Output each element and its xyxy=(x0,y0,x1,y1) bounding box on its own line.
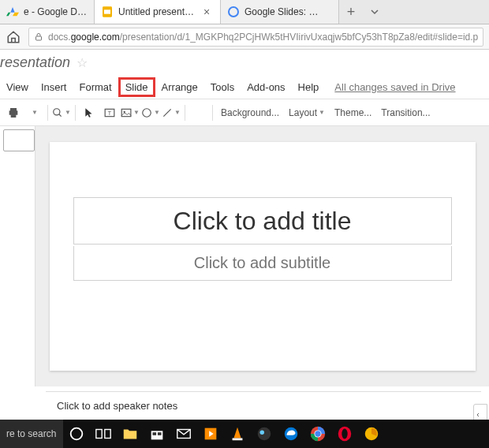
taskview-icon[interactable] xyxy=(90,420,117,448)
background-button[interactable]: Background... xyxy=(216,107,284,118)
edge-icon[interactable] xyxy=(278,420,304,448)
svg-point-4 xyxy=(54,108,60,114)
doc-title[interactable]: resentation xyxy=(0,54,70,71)
store-icon[interactable] xyxy=(144,420,170,448)
tabs-dropdown-icon[interactable] xyxy=(363,0,386,24)
browser-tab[interactable]: e - Google Drive xyxy=(0,0,95,24)
app-icon-2[interactable] xyxy=(358,420,385,448)
svg-point-28 xyxy=(258,427,271,441)
svg-point-35 xyxy=(315,431,320,436)
menu-tools[interactable]: Tools xyxy=(204,78,241,96)
textbox-icon[interactable]: T xyxy=(100,103,119,122)
browser-tab[interactable]: Untitled presentation - × xyxy=(95,0,221,24)
svg-point-2 xyxy=(229,7,238,17)
home-button[interactable] xyxy=(6,28,21,47)
new-tab-button[interactable]: + xyxy=(339,0,363,24)
theme-button[interactable]: Theme... xyxy=(330,107,376,118)
workspace: Click to add title Click to add subtitle xyxy=(0,126,489,386)
transition-button[interactable]: Transition... xyxy=(376,107,435,118)
menu-help[interactable]: Help xyxy=(292,78,326,96)
svg-rect-24 xyxy=(158,432,162,435)
slides-icon xyxy=(101,6,114,18)
print-icon[interactable] xyxy=(4,103,23,122)
svg-point-19 xyxy=(71,428,83,440)
svg-point-29 xyxy=(260,430,265,435)
title-placeholder[interactable]: Click to add title xyxy=(73,197,452,245)
zoom-icon[interactable]: ▼ xyxy=(52,103,71,122)
address-bar: docs.google.com/presentation/d/1_MGKPhq2… xyxy=(0,24,489,50)
slide-thumbnail[interactable] xyxy=(3,129,35,151)
media-icon[interactable] xyxy=(197,420,224,448)
tab-title: Google Slides: Sign-in xyxy=(244,6,323,17)
notes-placeholder: Click to add speaker notes xyxy=(57,400,177,412)
svg-rect-7 xyxy=(121,109,131,116)
vlc-icon[interactable] xyxy=(224,420,251,448)
shape-icon[interactable]: ▼ xyxy=(141,103,160,122)
app-icon[interactable] xyxy=(251,420,278,448)
save-status[interactable]: All changes saved in Drive xyxy=(334,81,455,93)
line-icon[interactable]: ▼ xyxy=(162,103,181,122)
browser-tab-strip: e - Google Drive Untitled presentation -… xyxy=(0,0,489,24)
url-text: docs.google.com/presentation/d/1_MGKPhq2… xyxy=(48,32,478,43)
subtitle-placeholder[interactable]: Click to add subtitle xyxy=(73,246,452,281)
slide-thumbnail-panel xyxy=(0,126,35,386)
undo-icon[interactable]: ▼ xyxy=(24,103,43,122)
toolbar: ▼ ▼ T ▼ ▼ ▼ Background... Layout▼ Theme.… xyxy=(0,99,489,126)
tab-title: e - Google Drive xyxy=(24,6,88,17)
svg-rect-23 xyxy=(153,432,157,435)
subtitle-text: Click to add subtitle xyxy=(194,254,330,272)
opera-icon[interactable] xyxy=(331,420,358,448)
menu-arrange[interactable]: Arrange xyxy=(155,78,204,96)
svg-rect-20 xyxy=(96,430,102,439)
chrome-icon[interactable] xyxy=(304,420,331,448)
menu-insert[interactable]: Insert xyxy=(35,78,73,96)
svg-rect-1 xyxy=(104,9,110,13)
star-icon[interactable]: ☆ xyxy=(77,55,88,70)
close-icon[interactable]: × xyxy=(203,6,210,18)
mail-icon[interactable] xyxy=(170,420,197,448)
menu-format[interactable]: Format xyxy=(73,78,118,96)
image-icon[interactable]: ▼ xyxy=(121,103,140,122)
doc-header: resentation ☆ xyxy=(0,50,489,76)
svg-text:T: T xyxy=(108,110,112,115)
svg-point-9 xyxy=(143,108,151,117)
comment-icon[interactable] xyxy=(189,103,208,122)
browser-tab[interactable]: Google Slides: Sign-in xyxy=(221,0,339,24)
menu-view[interactable]: View xyxy=(0,78,35,96)
layout-button[interactable]: Layout▼ xyxy=(284,107,330,118)
svg-rect-21 xyxy=(105,430,110,439)
svg-rect-27 xyxy=(233,439,243,441)
cortana-icon[interactable] xyxy=(63,420,90,448)
drive-icon xyxy=(6,6,19,18)
title-text: Click to add title xyxy=(174,207,352,236)
canvas-area[interactable]: Click to add title Click to add subtitle xyxy=(35,126,489,386)
menu-slide[interactable]: Slide xyxy=(118,77,155,97)
google-icon xyxy=(227,6,240,18)
taskbar-search[interactable]: re to search xyxy=(0,420,63,448)
slide-canvas[interactable]: Click to add title Click to add subtitle xyxy=(50,142,476,371)
select-icon[interactable] xyxy=(80,103,99,122)
svg-rect-3 xyxy=(36,36,42,40)
file-explorer-icon[interactable] xyxy=(117,420,144,448)
lock-icon xyxy=(34,32,43,42)
windows-taskbar: re to search xyxy=(0,420,489,448)
tab-title: Untitled presentation - xyxy=(118,6,197,17)
menu-addons[interactable]: Add-ons xyxy=(241,78,291,96)
menu-bar: View Insert Format Slide Arrange Tools A… xyxy=(0,76,489,99)
svg-point-37 xyxy=(342,429,347,439)
url-field[interactable]: docs.google.com/presentation/d/1_MGKPhq2… xyxy=(28,28,483,47)
